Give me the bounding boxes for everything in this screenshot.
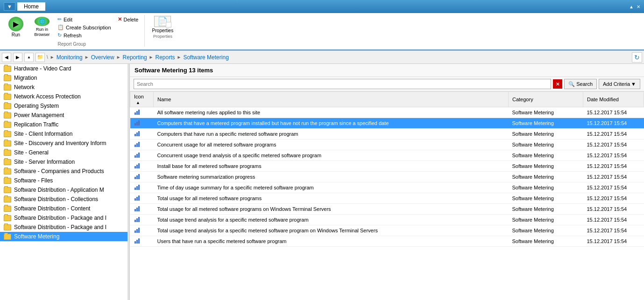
search-bar: ✕ 🔍 Search Add Criteria ▼ [130, 77, 644, 91]
folder-icon [4, 215, 11, 221]
properties-button[interactable]: 📄 Properties Properties [149, 15, 177, 39]
sidebar-item-label: Network Access Protection [14, 93, 81, 100]
breadcrumb-overview[interactable]: Overview [91, 54, 114, 61]
sidebar: Hardware - Video CardMigrationNetworkNet… [0, 64, 130, 300]
content-header: Software Metering 13 items [130, 64, 644, 77]
cell-category: Software Metering [509, 236, 583, 247]
sidebar-item-label: Site - Server Information [14, 159, 75, 165]
table-row[interactable]: Time of day usage summary for a specific… [130, 182, 644, 193]
sidebar-item-18[interactable]: Software Metering [0, 232, 129, 241]
sidebar-item-label: Migration [14, 75, 37, 81]
table-row[interactable]: Computers that have run a specific meter… [130, 129, 644, 140]
column-name-header[interactable]: Name [154, 92, 509, 107]
cell-category: Software Metering [509, 193, 583, 204]
svg-rect-18 [134, 177, 136, 179]
breadcrumb-software-metering[interactable]: Software Metering [183, 54, 228, 61]
folder-icon [4, 75, 11, 81]
svg-rect-35 [138, 228, 140, 233]
edit-button[interactable]: ✏ Edit [56, 16, 113, 23]
sidebar-resize-handle[interactable] [127, 64, 129, 300]
search-input[interactable] [134, 79, 551, 89]
sidebar-item-15[interactable]: Software Distribution - Content [0, 204, 129, 213]
cell-date-modified: 15.12.2017 15:54 [583, 193, 644, 204]
folder-icon [4, 84, 11, 91]
table-row[interactable]: Concurrent usage trend analysis of a spe… [130, 150, 644, 161]
chart-icon [134, 205, 141, 212]
sidebar-item-6[interactable]: Replication Traffic [0, 120, 129, 129]
cell-icon [130, 193, 154, 204]
table-row[interactable]: Total usage for all metered software pro… [130, 193, 644, 204]
sidebar-item-11[interactable]: Software - Companies and Products [0, 167, 129, 176]
sidebar-item-8[interactable]: Site - Discovery and Inventory Inform [0, 139, 129, 148]
breadcrumb-root[interactable]: \ [47, 55, 48, 60]
sidebar-item-label: Site - General [14, 149, 49, 156]
delete-button[interactable]: ✕ Delete [116, 16, 140, 23]
chart-icon [134, 152, 141, 158]
sidebar-item-14[interactable]: Software Distribution - Collections [0, 195, 129, 204]
minimize-btn[interactable]: ▲ [629, 4, 634, 9]
folder-icon [4, 206, 11, 212]
table-row[interactable]: Software metering summarization progress… [130, 172, 644, 182]
svg-rect-29 [138, 206, 140, 211]
cell-name: Concurrent usage trend analysis of a spe… [154, 150, 509, 161]
run-in-browser-button[interactable]: 🌐 Run in Browser [30, 15, 54, 39]
table-row[interactable]: Concurrent usage for all metered softwar… [130, 140, 644, 150]
table-row[interactable]: Total usage trend analysis for a specifi… [130, 215, 644, 225]
system-menu-button[interactable]: ▼ [4, 2, 15, 11]
column-icon-header[interactable]: Icon ▲ [130, 92, 154, 107]
sidebar-item-1[interactable]: Migration [0, 73, 129, 83]
table-row[interactable]: Total usage for all metered software pro… [130, 204, 644, 215]
title-bar: ▼ Home ▲ ✕ [0, 0, 644, 13]
chart-icon [134, 184, 141, 190]
cell-category: Software Metering [509, 129, 583, 140]
cell-name: Total usage trend analysis for a specifi… [154, 215, 509, 225]
add-criteria-button[interactable]: Add Criteria ▼ [599, 79, 640, 89]
breadcrumb-reporting[interactable]: Reporting [123, 54, 147, 61]
sidebar-item-4[interactable]: Operating System [0, 101, 129, 111]
column-date-header[interactable]: Date Modified [583, 92, 644, 107]
sidebar-item-10[interactable]: Site - Server Information [0, 157, 129, 167]
column-category-header[interactable]: Category [509, 92, 583, 107]
breadcrumb-sep-3: ► [149, 55, 154, 60]
table-row[interactable]: Computers that have a metered program in… [130, 118, 644, 129]
run-button[interactable]: ▶ Run [4, 15, 28, 39]
cell-date-modified: 15.12.2017 15:54 [583, 172, 644, 182]
table-row[interactable]: All software metering rules applied to t… [130, 107, 644, 118]
search-button[interactable]: 🔍 Search [564, 79, 597, 89]
table-row[interactable]: Total usage trend analysis for a specifi… [130, 225, 644, 236]
back-button[interactable]: ◀ [2, 53, 11, 62]
table-row[interactable]: Install base for all metered software pr… [130, 161, 644, 172]
svg-rect-38 [138, 238, 140, 244]
sidebar-item-0[interactable]: Hardware - Video Card [0, 64, 129, 73]
nav-refresh-button[interactable]: ↻ [632, 52, 642, 63]
forward-button[interactable]: ▶ [13, 53, 22, 62]
sidebar-item-2[interactable]: Network [0, 83, 129, 92]
folder-button[interactable]: 📁 [35, 53, 45, 62]
cell-icon [130, 204, 154, 215]
table-row[interactable]: Users that have run a specific metered s… [130, 236, 644, 247]
sidebar-item-17[interactable]: Software Distribution - Package and I [0, 223, 129, 232]
sidebar-item-12[interactable]: Software - Files [0, 176, 129, 185]
cell-name: Software metering summarization progress [154, 172, 509, 182]
chart-icon [134, 173, 141, 180]
sidebar-item-5[interactable]: Power Management [0, 111, 129, 120]
refresh-button[interactable]: ↻ Refresh [56, 32, 113, 39]
sidebar-item-label: Software Metering [14, 233, 59, 240]
breadcrumb-reports[interactable]: Reports [155, 54, 175, 61]
up-button[interactable]: ▲ [24, 53, 34, 62]
create-subscription-button[interactable]: 📋 Create Subscription [56, 24, 113, 31]
svg-rect-21 [134, 188, 136, 190]
sidebar-item-label: Software - Companies and Products [14, 168, 104, 174]
breadcrumb-monitoring[interactable]: Monitoring [57, 54, 83, 61]
sidebar-item-13[interactable]: Software Distribution - Application M [0, 185, 129, 195]
tab-home[interactable]: Home [17, 2, 45, 11]
cell-icon [130, 129, 154, 140]
sidebar-item-16[interactable]: Software Distribution - Package and I [0, 213, 129, 223]
svg-rect-1 [136, 111, 138, 115]
close-icon[interactable]: ✕ [637, 4, 640, 9]
sidebar-item-3[interactable]: Network Access Protection [0, 92, 129, 101]
sidebar-item-7[interactable]: Site - Client Information [0, 129, 129, 139]
search-clear-button[interactable]: ✕ [553, 79, 562, 89]
cell-icon [130, 107, 154, 118]
sidebar-item-9[interactable]: Site - General [0, 148, 129, 157]
